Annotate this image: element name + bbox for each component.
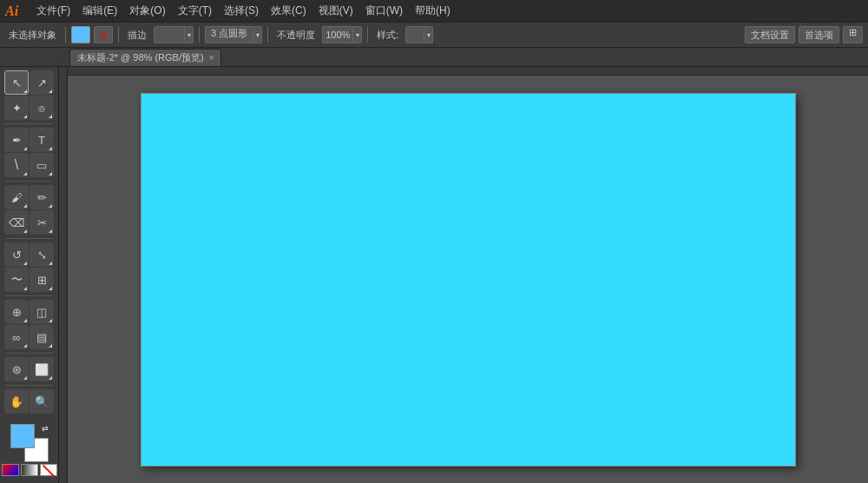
menu-text[interactable]: 文字(T)	[173, 2, 217, 20]
tool-row-4: \ ▭	[2, 153, 56, 177]
tool-divider-6	[5, 385, 53, 386]
menu-effect[interactable]: 效果(C)	[266, 2, 312, 20]
menu-edit[interactable]: 编辑(E)	[77, 2, 122, 20]
stroke-style-btn[interactable]: 3 点圆形	[205, 26, 253, 43]
gradient-mode-button[interactable]	[21, 464, 38, 476]
scale-tool[interactable]: ⤡	[30, 242, 54, 267]
document-tab[interactable]: 未标题-2* @ 98% (RGB/预览) ×	[69, 49, 221, 66]
stroke-input[interactable]	[154, 26, 185, 43]
menu-file[interactable]: 文件(F)	[31, 2, 76, 20]
tool-divider-2	[5, 181, 53, 182]
swap-colors-icon[interactable]: ⇄	[42, 424, 49, 433]
select-tool[interactable]: ↖	[4, 70, 29, 95]
tool-row-5: 🖌 ✏	[2, 185, 56, 209]
tool-row-1: ↖ ↗	[2, 70, 56, 95]
ai-logo: Ai	[5, 3, 26, 19]
zoom-icon: 🔍	[35, 395, 49, 408]
free-transform-tool[interactable]: ⊞	[30, 268, 54, 292]
pencil-tool[interactable]: ✏	[30, 185, 54, 209]
direct-select-icon: ↗	[37, 76, 47, 89]
shape-builder-icon: ⊕	[12, 306, 22, 319]
line-tool[interactable]: \	[4, 153, 29, 177]
artboard-canvas[interactable]	[141, 93, 796, 466]
canvas-area[interactable]	[59, 67, 868, 483]
lasso-tool[interactable]: ⌾	[30, 96, 54, 120]
fill-color-swatch[interactable]	[71, 26, 90, 43]
style-arrow[interactable]: ▾	[424, 26, 433, 43]
scissors-tool[interactable]: ✂	[30, 210, 54, 235]
divider-1	[65, 27, 66, 43]
menu-object[interactable]: 对象(O)	[124, 2, 170, 20]
menu-view[interactable]: 视图(V)	[313, 2, 358, 20]
style-group: ▾	[405, 26, 433, 43]
free-transform-icon: ⊞	[37, 274, 47, 287]
tool-divider-5	[5, 353, 53, 354]
pen-tool[interactable]: ✒	[4, 128, 29, 152]
magic-wand-icon: ✦	[12, 102, 22, 115]
tool-row-12: ✋ 🔍	[2, 389, 56, 414]
hand-icon: ✋	[10, 395, 23, 408]
ruler-left	[59, 67, 68, 483]
select-icon: ↖	[12, 76, 22, 89]
symbol-spray-tool[interactable]: ⊛	[4, 357, 29, 381]
doc-settings-button[interactable]: 文档设置	[745, 26, 795, 43]
tool-row-7: ↺ ⤡	[2, 242, 56, 267]
direct-select-tool[interactable]: ↗	[30, 70, 54, 95]
paintbrush-tool[interactable]: 🖌	[4, 185, 29, 209]
gradient-tool[interactable]: ◫	[30, 300, 54, 324]
style-swatch[interactable]	[405, 26, 424, 43]
stroke-arrow[interactable]: ▾	[185, 26, 194, 43]
chart-tool[interactable]: ▤	[30, 325, 54, 349]
scale-icon: ⤡	[37, 248, 47, 261]
preferences-button[interactable]: 首选项	[799, 26, 839, 43]
canvas-wrapper	[141, 93, 796, 466]
chart-icon: ▤	[36, 331, 47, 344]
opacity-group: ▾	[322, 26, 362, 43]
shape-builder-tool[interactable]: ⊕	[4, 300, 29, 324]
color-mode-button[interactable]	[2, 464, 19, 476]
extra-options-btn[interactable]: ⊞	[843, 26, 863, 43]
foreground-color-swatch[interactable]	[10, 424, 35, 448]
title-bar: Ai 文件(F) 编辑(E) 对象(O) 文字(T) 选择(S) 效果(C) 视…	[0, 0, 868, 22]
divider-5	[367, 27, 368, 43]
eraser-tool[interactable]: ⌫	[4, 210, 29, 235]
divider-3	[199, 27, 200, 43]
opacity-input[interactable]	[322, 26, 353, 43]
hand-tool[interactable]: ✋	[4, 389, 29, 414]
text-tool[interactable]: T	[30, 128, 54, 152]
artboard-tool[interactable]: ⬜	[30, 357, 54, 381]
magic-wand-tool[interactable]: ✦	[4, 96, 29, 120]
tool-divider-1	[5, 123, 53, 124]
color-swatches-area: ⇄	[2, 420, 56, 480]
tool-row-6: ⌫ ✂	[2, 210, 56, 235]
tool-divider-4	[5, 295, 53, 296]
stroke-style-arrow[interactable]: ▾	[253, 26, 262, 43]
pattern-button[interactable]: ⊗	[94, 26, 113, 43]
menu-window[interactable]: 窗口(W)	[360, 2, 408, 20]
stroke-style-group: 3 点圆形 ▾	[205, 26, 262, 43]
options-bar: 未选择对象 ⊗ 描边 ▾ 3 点圆形 ▾ 不透明度 ▾ 样式: ▾ 文档设置 首…	[0, 22, 868, 48]
stroke-input-group: ▾	[154, 26, 194, 43]
symbol-spray-icon: ⊛	[12, 363, 22, 376]
warp-tool[interactable]: 〜	[4, 268, 29, 292]
rotate-tool[interactable]: ↺	[4, 242, 29, 267]
tool-row-9: ⊕ ◫	[2, 300, 56, 324]
lasso-icon: ⌾	[38, 102, 45, 115]
menu-help[interactable]: 帮助(H)	[410, 2, 456, 20]
tab-bar: 未标题-2* @ 98% (RGB/预览) ×	[0, 48, 868, 67]
zoom-tool[interactable]: 🔍	[30, 389, 54, 414]
divider-4	[267, 27, 268, 43]
warp-icon: 〜	[11, 272, 23, 288]
opacity-arrow[interactable]: ▾	[353, 26, 362, 43]
menu-select[interactable]: 选择(S)	[219, 2, 264, 20]
tab-close-button[interactable]: ×	[209, 53, 214, 63]
rect-tool[interactable]: ▭	[30, 153, 54, 177]
blend-tool[interactable]: ∞	[4, 325, 29, 349]
line-icon: \	[15, 157, 18, 173]
gradient-icon: ◫	[36, 306, 47, 319]
eraser-icon: ⌫	[9, 216, 24, 229]
none-mode-button[interactable]	[40, 464, 57, 476]
ruler-top	[59, 67, 868, 76]
main-area: ↖ ↗ ✦ ⌾ ✒ T \ ▭ 🖌 ✏ ⌫ ✂ ↺ ⤡ 〜	[0, 67, 868, 483]
divider-2	[118, 27, 119, 43]
